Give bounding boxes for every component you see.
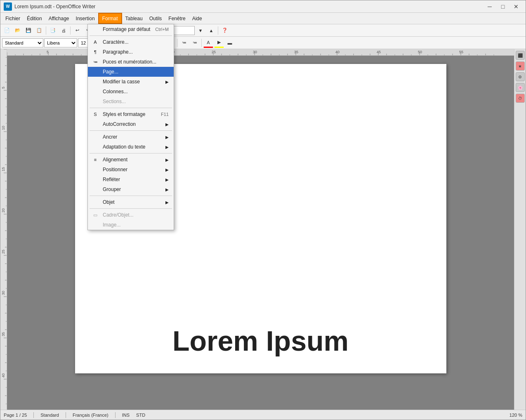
font-select[interactable]: Libera	[44, 38, 77, 47]
alignement-label: Alignement	[103, 157, 127, 163]
window-title: Lorem Ipsum.odt - OpenOffice Writer	[14, 4, 484, 9]
menu-sep-1	[90, 35, 172, 36]
menu-page[interactable]: Page...	[88, 67, 174, 77]
menu-sep-2	[90, 108, 172, 108]
minimize-button[interactable]: ─	[484, 2, 496, 11]
numbering-button[interactable]: ≔	[190, 38, 200, 48]
sidebar-icon-2[interactable]: ★	[516, 61, 525, 71]
refleter-label: Refléter	[103, 177, 120, 182]
highlight-button[interactable]: ▶	[214, 38, 224, 48]
menu-fenetre[interactable]: Fenêtre	[165, 13, 189, 24]
app-logo: W	[4, 2, 12, 11]
menu-paragraphe[interactable]: ¶ Paragraphe...	[88, 47, 174, 57]
right-sidebar: ⬛ ★ ⚙ 🌸 ⏱	[514, 49, 526, 410]
menu-image: Image...	[88, 220, 174, 230]
open-button[interactable]: 📂	[13, 26, 23, 35]
menu-sep-3	[90, 130, 172, 131]
save-button[interactable]: 💾	[24, 26, 33, 35]
adaptation-label: Adaptation du texte	[103, 144, 145, 150]
menu-alignement[interactable]: ≡ Alignement ▶	[88, 155, 174, 165]
menu-tableau[interactable]: Tableau	[122, 13, 146, 24]
puces-icon: ≔	[91, 58, 99, 66]
page-style: Standard	[40, 413, 59, 418]
save-as-button[interactable]: 📋	[34, 26, 44, 35]
menu-puces[interactable]: ≔ Puces et numérotation...	[88, 57, 174, 67]
paragraph-style-select[interactable]: Standard	[2, 38, 43, 47]
search-go[interactable]: ▼	[196, 26, 205, 35]
menu-colonnes[interactable]: Colonnes...	[88, 87, 174, 97]
background-color-button[interactable]: ▬	[225, 38, 235, 48]
menu-objet[interactable]: Objet ▶	[88, 197, 174, 207]
status-sep-1	[33, 412, 34, 418]
positionner-label: Positionner	[103, 167, 127, 172]
paragraphe-label: Paragraphe...	[103, 49, 133, 55]
positionner-arrow: ▶	[165, 168, 169, 172]
document-viewport[interactable]: Lorem Ipsum	[7, 56, 514, 410]
menu-format[interactable]: Format	[98, 13, 122, 24]
menu-formatage-defaut[interactable]: Formatage par défaut Ctrl+M	[88, 24, 174, 34]
menu-adaptation[interactable]: Adaptation du texte ▶	[88, 142, 174, 152]
menu-refleter[interactable]: Refléter ▶	[88, 175, 174, 184]
menu-styles[interactable]: S Styles et formatage F11	[88, 109, 174, 119]
sidebar-icon-5[interactable]: ⏱	[516, 94, 525, 103]
menu-sep-5	[90, 196, 172, 196]
statusbar: Page 1 / 25 Standard Français (France) I…	[0, 410, 526, 420]
sidebar-icon-3[interactable]: ⚙	[516, 72, 525, 81]
modifier-casse-label: Modifier la casse	[103, 79, 140, 85]
image-label: Image...	[103, 222, 120, 228]
help-button[interactable]: ❓	[220, 26, 230, 35]
menu-fichier[interactable]: Fichier	[2, 13, 24, 24]
sep6	[218, 26, 218, 35]
search-prev[interactable]: ▲	[206, 26, 216, 35]
cadre-label: Cadre/Objet...	[103, 212, 134, 218]
menu-edition[interactable]: Édition	[24, 13, 45, 24]
vertical-ruler	[0, 49, 7, 410]
paragraphe-icon: ¶	[91, 48, 99, 56]
formatage-label: Formatage par défaut	[103, 26, 150, 32]
undo-button[interactable]: ↩	[72, 26, 82, 35]
pdf-button[interactable]: 📑	[48, 26, 58, 35]
menu-outils[interactable]: Outils	[146, 13, 165, 24]
menu-aide[interactable]: Aide	[189, 13, 205, 24]
language: Français (France)	[73, 413, 109, 418]
toolbar-formatting: Standard Libera 12 B I U ≡ ≡ ≡ ≡ ≔ ≔ A ▶…	[0, 37, 526, 49]
objet-arrow: ▶	[165, 200, 169, 205]
toolbar-standard: 📄 📂 💾 📋 📑 🖨 ↩ ↪ 🌐 ⊞ ◐ 🔍 ▼ ▲ ❓	[0, 24, 526, 37]
menu-affichage[interactable]: Affichage	[45, 13, 73, 24]
status-sep-2	[66, 412, 66, 418]
print-button[interactable]: 🖨	[59, 26, 68, 35]
zoom-level: 120 %	[509, 413, 522, 418]
sep2	[70, 26, 71, 35]
grouper-label: Grouper	[103, 186, 121, 192]
menu-cadre: ▭ Cadre/Objet...	[88, 210, 174, 220]
menu-modifier-casse[interactable]: Modifier la casse ▶	[88, 77, 174, 87]
menu-grouper[interactable]: Grouper ▶	[88, 184, 174, 194]
horizontal-ruler	[7, 49, 514, 56]
content-area: Lorem Ipsum ⬛ ★ ⚙ 🌸 ⏱	[0, 49, 526, 410]
menu-caractere[interactable]: A Caractère...	[88, 37, 174, 47]
change-tracking: STD	[136, 413, 145, 418]
app-window: W Lorem Ipsum.odt - OpenOffice Writer ─ …	[0, 0, 526, 420]
autocorrection-arrow: ▶	[165, 122, 169, 127]
close-button[interactable]: ✕	[510, 2, 522, 11]
menu-autocorrection[interactable]: AutoCorrection ▶	[88, 119, 174, 129]
sidebar-icon-1[interactable]: ⬛	[516, 51, 525, 60]
ancrer-arrow: ▶	[165, 135, 169, 139]
font-color-button[interactable]: A	[203, 38, 213, 48]
alignement-arrow: ▶	[165, 158, 169, 162]
menu-sections: Sections...	[88, 97, 174, 106]
menu-positionner[interactable]: Positionner ▶	[88, 165, 174, 175]
cadre-icon: ▭	[91, 211, 99, 219]
sidebar-icon-4[interactable]: 🌸	[516, 83, 525, 92]
menu-sep-6	[90, 208, 172, 209]
puces-label: Puces et numérotation...	[103, 59, 156, 65]
status-sep-3	[115, 412, 116, 418]
new-button[interactable]: 📄	[2, 26, 12, 35]
menu-ancrer[interactable]: Ancrer ▶	[88, 132, 174, 142]
titlebar: W Lorem Ipsum.odt - OpenOffice Writer ─ …	[0, 0, 526, 13]
colonnes-label: Colonnes...	[103, 89, 128, 94]
bullets-button[interactable]: ≔	[179, 38, 189, 48]
modifier-casse-arrow: ▶	[165, 80, 169, 84]
menu-insertion[interactable]: Insertion	[73, 13, 98, 24]
maximize-button[interactable]: □	[497, 2, 509, 11]
